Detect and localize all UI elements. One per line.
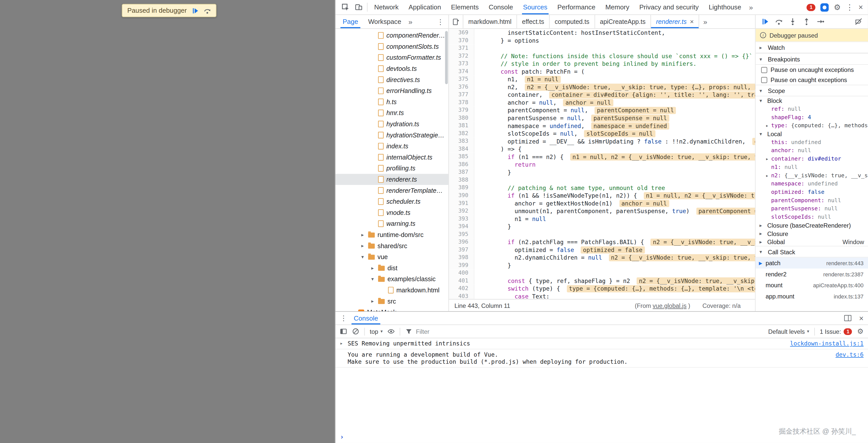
- scope-variable-shapeflag[interactable]: shapeFlag: 4: [755, 113, 868, 121]
- breakpoint-option-pause-on-caught-exceptions[interactable]: Pause on caught exceptions: [755, 75, 868, 85]
- scope-variable-parentsuspense[interactable]: parentSuspense: null: [755, 204, 868, 213]
- console-filter-input[interactable]: [416, 328, 763, 335]
- scope-variable-ref[interactable]: ref: null: [755, 105, 868, 113]
- tree-item-scheduler-ts[interactable]: scheduler.ts: [336, 196, 448, 207]
- scope-section-block[interactable]: ▾Block: [755, 96, 868, 105]
- console-sidebar-icon[interactable]: [340, 328, 347, 335]
- tree-item-componentrender[interactable]: componentRender…: [336, 30, 448, 41]
- tree-item-profiling-ts[interactable]: profiling.ts: [336, 163, 448, 174]
- scope-section-closure-basecreaterenderer[interactable]: ▸Closure (baseCreateRenderer): [755, 221, 868, 229]
- more-panels-icon[interactable]: »: [746, 0, 756, 14]
- line-number[interactable]: 385: [449, 153, 474, 161]
- line-number[interactable]: 372: [449, 52, 474, 60]
- scope-variable-parentcomponent[interactable]: parentComponent: null: [755, 196, 868, 205]
- expand-triangle-icon[interactable]: ▸: [340, 340, 345, 346]
- settings-gear-icon[interactable]: ⚙: [834, 3, 841, 11]
- line-number[interactable]: 399: [449, 261, 474, 269]
- line-number[interactable]: 380: [449, 114, 474, 122]
- chevron-right-icon[interactable]: ▸: [370, 298, 375, 304]
- line-number[interactable]: 390: [449, 191, 474, 199]
- tree-item-devtools-ts[interactable]: devtools.ts: [336, 63, 448, 74]
- main-tab-sources[interactable]: Sources: [518, 0, 552, 14]
- tree-item-h-ts[interactable]: h.ts: [336, 96, 448, 108]
- step-out-icon[interactable]: [803, 18, 811, 26]
- scope-section-header[interactable]: ▾ Scope: [755, 85, 868, 96]
- drawer-kebab-icon[interactable]: ⋮: [340, 312, 347, 324]
- line-number[interactable]: 389: [449, 184, 474, 192]
- console-source-link[interactable]: lockdown-install.js:1: [790, 340, 863, 347]
- scope-variable-type[interactable]: ▸type: {computed: {…}, methods: [755, 121, 868, 129]
- chevron-down-icon[interactable]: ▾: [370, 276, 375, 282]
- main-tab-memory[interactable]: Memory: [600, 0, 634, 14]
- clear-console-icon[interactable]: [352, 328, 359, 335]
- live-expression-eye-icon[interactable]: [388, 328, 395, 335]
- tree-item-customformatter-ts[interactable]: customFormatter.ts: [336, 52, 448, 63]
- chevron-right-icon[interactable]: ▸: [766, 123, 771, 128]
- tree-item-hydrationstrategie[interactable]: hydrationStrategie…: [336, 129, 448, 141]
- tree-item-markdown-html[interactable]: markdown.html: [336, 285, 448, 296]
- resume-script-icon[interactable]: [192, 7, 199, 14]
- chevron-right-icon[interactable]: ▸: [766, 156, 771, 161]
- call-stack-frame-mount[interactable]: mountapiCreateApp.ts:400: [755, 280, 868, 291]
- tree-item-componentslots-ts[interactable]: componentSlots.ts: [336, 41, 448, 52]
- scope-section-local[interactable]: ▾Local: [755, 129, 868, 138]
- chevron-right-icon[interactable]: ▸: [360, 232, 366, 237]
- main-tab-elements[interactable]: Elements: [446, 0, 484, 14]
- scope-variable-container[interactable]: ▸container: div#editor: [755, 154, 868, 163]
- line-number[interactable]: 374: [449, 67, 474, 76]
- tree-item-errorhandling-ts[interactable]: errorHandling.ts: [336, 85, 448, 96]
- scope-variable-n1[interactable]: n1: null: [755, 163, 868, 171]
- tab-overflow-icon[interactable]: »: [700, 15, 711, 28]
- main-tab-lighthouse[interactable]: Lighthouse: [704, 0, 746, 14]
- line-number[interactable]: 395: [449, 230, 474, 238]
- line-number[interactable]: 397: [449, 246, 474, 254]
- inspect-element-icon[interactable]: [339, 1, 352, 13]
- chevron-right-icon[interactable]: ▸: [350, 309, 355, 312]
- step-into-icon[interactable]: [789, 18, 797, 26]
- chevron-right-icon[interactable]: ▸: [370, 265, 375, 271]
- line-number[interactable]: 401: [449, 277, 474, 285]
- line-number[interactable]: 391: [449, 199, 474, 207]
- tree-item-examples-classic[interactable]: ▾examples/classic: [336, 273, 448, 285]
- tree-item-warning-ts[interactable]: warning.ts: [336, 218, 448, 229]
- file-tab-apicreateapp-ts[interactable]: apiCreateApp.ts: [595, 15, 651, 28]
- line-number[interactable]: 379: [449, 107, 474, 114]
- chevron-down-icon[interactable]: ▾: [360, 254, 366, 260]
- frame-location[interactable]: renderer.ts:443: [826, 260, 864, 266]
- error-count-badge[interactable]: 1: [807, 4, 816, 11]
- line-number[interactable]: 402: [449, 285, 474, 292]
- console-drawer-tab[interactable]: Console: [351, 312, 380, 324]
- line-number[interactable]: 386: [449, 160, 474, 169]
- file-tab-effect-ts[interactable]: effect.ts: [517, 15, 550, 28]
- navigator-more-tabs-icon[interactable]: »: [406, 15, 415, 28]
- tree-item-renderertemplate[interactable]: rendererTemplate…: [336, 185, 448, 196]
- main-tab-console[interactable]: Console: [484, 0, 518, 14]
- line-number[interactable]: 388: [449, 176, 474, 184]
- extension-icon[interactable]: [820, 3, 829, 11]
- device-toolbar-icon[interactable]: [352, 1, 365, 13]
- scope-variable-namespace[interactable]: namespace: undefined: [755, 179, 868, 188]
- scope-variable-anchor[interactable]: anchor: null: [755, 146, 868, 154]
- frame-location[interactable]: renderer.ts:2387: [823, 271, 864, 277]
- file-tab-renderer-ts[interactable]: renderer.ts×: [651, 15, 700, 28]
- main-tab-network[interactable]: Network: [369, 0, 404, 14]
- scope-variable-this[interactable]: this: undefined: [755, 138, 868, 146]
- tree-item-directives-ts[interactable]: directives.ts: [336, 74, 448, 85]
- tree-item-renderer-ts[interactable]: renderer.ts: [336, 174, 448, 185]
- line-number[interactable]: 377: [449, 91, 474, 98]
- split-console-icon[interactable]: [844, 315, 851, 321]
- step-over-icon[interactable]: [204, 7, 211, 14]
- line-number[interactable]: 370: [449, 36, 474, 45]
- deactivate-breakpoints-icon[interactable]: [855, 18, 863, 26]
- log-levels-select[interactable]: Default levels ▾: [768, 328, 809, 335]
- console-settings-gear-icon[interactable]: ⚙: [857, 327, 863, 335]
- breakpoint-option-pause-on-uncaught-exceptions[interactable]: Pause on uncaught exceptions: [755, 65, 868, 75]
- line-number[interactable]: 371: [449, 44, 474, 52]
- call-stack-frame-render2[interactable]: render2renderer.ts:2387: [755, 268, 868, 280]
- navigator-tab-workspace[interactable]: Workspace: [363, 15, 406, 28]
- tree-item-runtime-dom-src[interactable]: ▸runtime-dom/src: [336, 229, 448, 240]
- tree-item-shared-src[interactable]: ▸shared/src: [336, 240, 448, 252]
- line-number[interactable]: 378: [449, 98, 474, 107]
- tree-item-metamask[interactable]: ▸MetaMask: [336, 307, 448, 311]
- line-number[interactable]: 400: [449, 269, 474, 277]
